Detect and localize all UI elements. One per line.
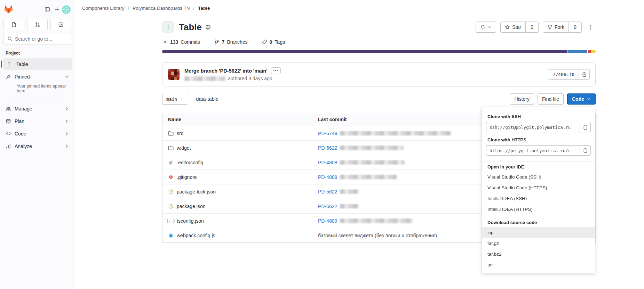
file-name-link[interactable]: tsconfig.json xyxy=(177,218,204,224)
file-name-link[interactable]: package.json xyxy=(177,204,206,209)
star-count[interactable]: 0 xyxy=(525,22,539,33)
chevron-right-icon xyxy=(64,144,69,149)
language-bar[interactable] xyxy=(162,50,596,53)
repo-path[interactable]: data-table xyxy=(196,96,218,102)
create-new-button[interactable] xyxy=(52,5,62,14)
menu-item-vscode-https[interactable]: Visual Studio Code (HTTPS) xyxy=(482,182,595,193)
search-placeholder: Search or go to... xyxy=(15,36,52,42)
sidebar-toggle-icon xyxy=(45,7,50,12)
clone-ssh-input[interactable] xyxy=(486,122,580,132)
file-name-link[interactable]: webpack.config.js xyxy=(177,233,215,238)
file-name-link[interactable]: package-lock.json xyxy=(177,189,216,195)
commit-message-redacted xyxy=(340,131,451,135)
branches-count: 7 xyxy=(222,39,225,45)
search-input[interactable]: Search or go to... xyxy=(3,33,71,44)
chevron-right-icon xyxy=(64,106,69,111)
webpack-icon xyxy=(168,233,174,238)
page-title: Table xyxy=(179,22,202,33)
file-name-link[interactable]: .editorconfig xyxy=(177,160,203,165)
merge-requests-shortcut-button[interactable] xyxy=(27,19,48,30)
commits-stat[interactable]: 133 Commits xyxy=(162,39,200,45)
file-name-link[interactable]: src xyxy=(177,131,183,136)
project-mini-avatar: T xyxy=(6,60,13,68)
sidebar-item-manage[interactable]: Manage xyxy=(3,103,72,114)
menu-item-download-tar[interactable]: tar xyxy=(482,259,595,270)
code-button[interactable]: Code xyxy=(567,93,596,105)
chart-icon xyxy=(6,143,11,149)
sidebar-item-label: Plan xyxy=(15,118,61,124)
star-icon xyxy=(505,25,510,30)
menu-item-download-zip[interactable]: zip xyxy=(482,227,595,238)
download-source-label: Download source code xyxy=(487,220,589,225)
commit-message-link[interactable]: PD-4809 xyxy=(318,218,337,224)
sidebar-item-table[interactable]: T Table xyxy=(3,58,72,70)
issues-shortcut-button[interactable] xyxy=(3,19,24,30)
todo-shortcut-button[interactable] xyxy=(50,19,71,30)
language-segment xyxy=(588,50,591,53)
sidebar-item-pinned[interactable]: Pinned xyxy=(3,71,72,82)
commit-icon xyxy=(162,39,168,45)
breadcrumb-project[interactable]: Polymatica Dashboards TN xyxy=(133,6,190,11)
sidebar-item-analyze[interactable]: Analyze xyxy=(3,140,72,152)
git-icon xyxy=(168,174,174,180)
file-name-link[interactable]: .gitignore xyxy=(177,174,197,180)
commit-message-redacted xyxy=(340,175,397,179)
commit-message-link[interactable]: PD-4808 xyxy=(318,160,337,165)
last-commit-box: Merge branch 'PD-5622' into 'main' ••• a… xyxy=(162,62,596,86)
file-name-link[interactable]: widget xyxy=(177,145,191,151)
commit-message-link[interactable]: PD-5622 xyxy=(318,204,337,209)
history-button[interactable]: History xyxy=(510,93,534,105)
commits-count: 133 xyxy=(170,39,178,45)
notifications-button[interactable] xyxy=(476,22,496,33)
commit-description-toggle[interactable]: ••• xyxy=(271,67,281,74)
dropdown-divider xyxy=(482,217,595,217)
commit-title-link[interactable]: Merge branch 'PD-5622' into 'main' xyxy=(184,68,268,74)
commit-message-text[interactable]: базовый скелет виджета (без логики и ото… xyxy=(318,233,437,238)
branches-stat[interactable]: 7 Branches xyxy=(214,39,248,45)
commit-message-link[interactable]: PD-5622 xyxy=(318,145,337,151)
star-button[interactable]: Star xyxy=(500,22,526,33)
fork-count[interactable]: 0 xyxy=(569,22,582,33)
tag-icon xyxy=(262,39,267,45)
sidebar-toggle-button[interactable] xyxy=(42,5,52,14)
clipboard-icon xyxy=(582,72,587,77)
menu-item-download-tarbz2[interactable]: tar.bz2 xyxy=(482,249,595,259)
globe-icon xyxy=(205,24,211,30)
copy-sha-button[interactable] xyxy=(579,69,590,80)
copy-ssh-url-button[interactable] xyxy=(580,122,591,132)
more-actions-button[interactable] xyxy=(586,22,596,33)
commit-message-link[interactable]: PD-4809 xyxy=(318,174,337,180)
user-avatar[interactable] xyxy=(62,5,71,14)
plus-icon xyxy=(54,7,60,12)
issues-icon xyxy=(11,22,17,27)
sidebar-item-code[interactable]: Code xyxy=(3,128,72,139)
menu-item-intellij-ssh[interactable]: IntelliJ IDEA (SSH) xyxy=(482,193,595,204)
menu-item-intellij-https[interactable]: IntelliJ IDEA (HTTPS) xyxy=(482,204,595,215)
menu-item-download-targz[interactable]: tar.gz xyxy=(482,238,595,249)
branches-label: Branches xyxy=(227,39,247,45)
copy-https-url-button[interactable] xyxy=(580,145,591,156)
menu-item-vscode-ssh[interactable]: Visual Studio Code (SSH) xyxy=(482,172,595,182)
fork-label: Fork xyxy=(555,24,564,30)
sidebar-item-label: Analyze xyxy=(15,143,61,149)
breadcrumb-separator: / xyxy=(193,6,194,11)
breadcrumb-group[interactable]: Components Library xyxy=(82,6,125,11)
tags-stat[interactable]: 0 Tags xyxy=(262,39,285,45)
fork-button[interactable]: Fork xyxy=(543,22,569,33)
todo-check-icon xyxy=(58,22,64,27)
clone-https-input[interactable] xyxy=(486,145,580,156)
commit-message-link[interactable]: PD-5749 xyxy=(318,131,337,136)
find-file-button[interactable]: Find file xyxy=(538,93,564,105)
chevron-down-icon xyxy=(180,97,184,101)
commit-message-link[interactable]: PD-5622 xyxy=(318,189,337,195)
folder-icon xyxy=(168,145,174,151)
clone-https-label: Clone with HTTPS xyxy=(487,137,589,142)
dropdown-divider xyxy=(482,161,595,162)
sidebar-item-plan[interactable]: Plan xyxy=(3,115,72,127)
branch-selector[interactable]: main xyxy=(162,94,188,105)
sidebar-item-label: Table xyxy=(16,61,28,67)
commit-sha: 77406cf0 xyxy=(548,69,579,80)
branch-name: main xyxy=(166,97,177,102)
gitlab-logo[interactable] xyxy=(4,5,13,14)
commit-authored-text: authored 3 days ago xyxy=(228,76,272,81)
